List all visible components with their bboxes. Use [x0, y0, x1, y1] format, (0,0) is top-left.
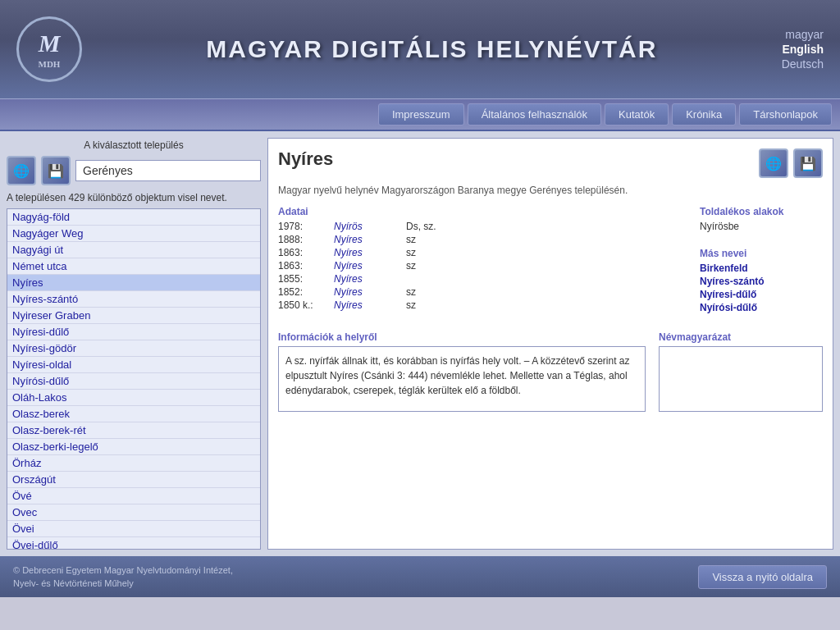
record-name: Nyíres	[334, 234, 399, 245]
icon-row: 🌐 💾	[7, 156, 261, 185]
list-item[interactable]: Nyireser Graben	[7, 308, 260, 324]
copyright-line2: Nyelv- és Névtörténeti Műhely	[13, 577, 233, 591]
right-icons: 🌐 💾	[759, 148, 823, 178]
site-title: MAGYAR DIGITÁLIS HELYNÉVTÁR	[82, 35, 782, 63]
list-item[interactable]: Nyíres	[7, 275, 260, 291]
logo-text: MDH	[39, 59, 61, 69]
info-section: Információk a helyről A sz. nyírfák álln…	[278, 331, 823, 412]
other-name-link[interactable]: Nyíresi-dűlő	[700, 289, 823, 300]
record-type: sz	[406, 260, 416, 272]
left-panel: A kiválasztott település 🌐 💾 A település…	[7, 138, 261, 550]
list-item[interactable]: Oláh-Lakos	[7, 390, 260, 406]
lang-deutsch[interactable]: Deutsch	[782, 57, 824, 71]
right-header: Nyíres 🌐 💾	[278, 148, 823, 178]
table-row: 1888:Nyíressz	[278, 234, 667, 245]
record-year: 1978:	[278, 221, 327, 232]
record-type: sz	[406, 234, 416, 245]
list-item[interactable]: Nagyági út	[7, 242, 260, 258]
place-list[interactable]: Nagyág-földNagyáger WegNagyági útNémet u…	[7, 209, 260, 549]
settlement-input[interactable]	[75, 160, 261, 181]
back-button[interactable]: Vissza a nyitó oldalra	[698, 565, 827, 589]
table-row: 1863:Nyíressz	[278, 247, 667, 258]
data-label: Adatai	[278, 206, 667, 217]
data-section: Adatai 1978:NyírösDs, sz.1888:Nyíressz18…	[278, 206, 823, 315]
list-item[interactable]: Nagyáger Weg	[7, 226, 260, 242]
list-item[interactable]: Nagyág-föld	[7, 209, 260, 226]
record-year: 1850 k.:	[278, 299, 327, 311]
list-item[interactable]: Övei	[7, 521, 260, 537]
nav-kronika[interactable]: Krónika	[672, 103, 736, 126]
record-year: 1863:	[278, 260, 327, 272]
list-item[interactable]: Övé	[7, 488, 260, 504]
list-item[interactable]: Nyíresi-gödör	[7, 340, 260, 357]
nav-kutatok[interactable]: Kutatók	[605, 103, 669, 126]
footer-text: © Debreceni Egyetem Magyar Nyelvtudomány…	[13, 564, 233, 591]
list-item[interactable]: Ovec	[7, 504, 260, 521]
table-row: 1852:Nyíressz	[278, 286, 667, 298]
place-list-container: Nagyág-földNagyáger WegNagyági útNémet u…	[7, 208, 261, 550]
globe-icon[interactable]: 🌐	[7, 156, 36, 185]
right-save-icon[interactable]: 💾	[793, 148, 823, 178]
info-left: Információk a helyről A sz. nyírfák álln…	[278, 331, 646, 412]
table-row: 1978:NyírösDs, sz.	[278, 221, 667, 232]
header: M MDH MAGYAR DIGITÁLIS HELYNÉVTÁR magyar…	[0, 0, 840, 98]
right-globe-icon[interactable]: 🌐	[759, 148, 788, 178]
name-explain-box	[659, 346, 823, 412]
logo-icon: M MDH	[16, 16, 82, 82]
copyright-line1: © Debreceni Egyetem Magyar Nyelvtudomány…	[13, 564, 233, 578]
info-label: Információk a helyről	[278, 331, 646, 343]
record-name: Nyíres	[334, 273, 399, 285]
logo-symbol: M	[39, 30, 61, 57]
settlement-label: A kiválasztott település	[7, 138, 261, 153]
record-name: Nyíres	[334, 286, 399, 298]
language-selector: magyar English Deutsch	[782, 28, 824, 71]
record-year: 1855:	[278, 273, 327, 285]
record-year: 1863:	[278, 247, 327, 258]
record-type: Ds, sz.	[406, 221, 436, 232]
data-left: Adatai 1978:NyírösDs, sz.1888:Nyíressz18…	[278, 206, 667, 315]
list-item[interactable]: Nyíres-szántó	[7, 291, 260, 308]
list-item[interactable]: Országút	[7, 472, 260, 488]
logo-area: M MDH	[16, 16, 82, 82]
name-explain-section: Névmagyarázat	[659, 331, 823, 412]
place-name-title: Nyíres	[278, 148, 333, 170]
list-item[interactable]: Nyíresi-oldal	[7, 357, 260, 373]
list-item[interactable]: Olasz-berki-legelő	[7, 439, 260, 455]
table-row: 1850 k.:Nyíressz	[278, 299, 667, 311]
record-type: sz	[406, 286, 416, 298]
record-type: sz	[406, 247, 416, 258]
list-item[interactable]: Német utca	[7, 258, 260, 275]
name-explain-label: Névmagyarázat	[659, 331, 823, 343]
records-container: 1978:NyírösDs, sz.1888:Nyíressz1863:Nyír…	[278, 221, 667, 311]
list-item[interactable]: Nyíresi-dűlő	[7, 324, 260, 340]
list-item[interactable]: Olasz-berek	[7, 406, 260, 422]
lang-english[interactable]: English	[782, 43, 824, 56]
suffix-value: Nyírösbe	[700, 221, 823, 232]
record-name: Nyírös	[334, 221, 399, 232]
nav-impresszum[interactable]: Impresszum	[378, 103, 464, 126]
save-icon[interactable]: 💾	[41, 156, 71, 185]
description: Magyar nyelvű helynév Magyarországon Bar…	[278, 185, 823, 196]
list-item[interactable]: Nyírósi-dűlő	[7, 373, 260, 390]
other-name-link[interactable]: Birkenfeld	[700, 262, 823, 274]
nav-altalanos[interactable]: Általános felhasználók	[468, 103, 601, 126]
list-item[interactable]: Olasz-berek-rét	[7, 422, 260, 439]
other-name-link[interactable]: Nyírósi-dűlő	[700, 302, 823, 313]
other-name-link[interactable]: Nyíres-szántó	[700, 276, 823, 287]
record-name: Nyíres	[334, 299, 399, 311]
list-item[interactable]: Örház	[7, 455, 260, 472]
other-names-label: Más nevei	[700, 248, 823, 259]
suffix-label: Toldalékos alakok	[700, 206, 823, 217]
lang-magyar[interactable]: magyar	[785, 28, 824, 41]
navbar: Impresszum Általános felhasználók Kutató…	[0, 98, 840, 131]
nav-tarshonlapok[interactable]: Társhonlapok	[739, 103, 832, 126]
record-name: Nyíres	[334, 247, 399, 258]
info-box: A sz. nyírfák állnak itt, és korábban is…	[278, 346, 646, 412]
main-content: A kiválasztott település 🌐 💾 A település…	[0, 131, 840, 556]
table-row: 1855:Nyíres	[278, 273, 667, 285]
list-item[interactable]: Övei-dűlő	[7, 537, 260, 549]
record-year: 1888:	[278, 234, 327, 245]
other-names-container: BirkenfeldNyíres-szántóNyíresi-dűlőNyíró…	[700, 262, 823, 313]
right-panel: Nyíres 🌐 💾 Magyar nyelvű helynév Magyaro…	[267, 138, 833, 550]
record-year: 1852:	[278, 286, 327, 298]
